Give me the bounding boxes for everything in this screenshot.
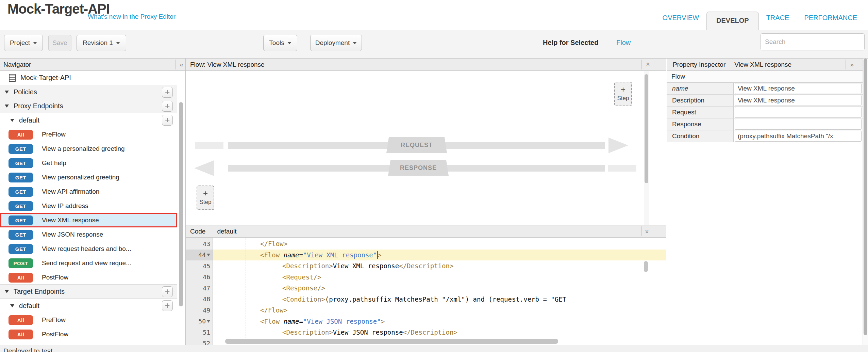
navigator-list: Mock-Target-APIPolicies+Proxy Endpoints+… — [0, 71, 177, 345]
code-token: </Description> — [403, 329, 457, 336]
revision-button[interactable]: Revision 1 — [77, 35, 126, 51]
nav-section-row[interactable]: Policies+ — [0, 85, 177, 99]
code-token: <Request/> — [282, 273, 321, 281]
code-line[interactable]: 50<Flow name="View JSON response"> — [186, 316, 666, 327]
property-value-input[interactable]: (proxy.pathsuffix MatchesPath "/x — [735, 131, 862, 142]
nav-flow-item[interactable]: GETView IP address — [0, 199, 177, 213]
method-badge: GET — [9, 215, 33, 225]
inspector-expand-icon[interactable]: » — [846, 60, 854, 69]
code-line[interactable]: 49</Flow> — [186, 305, 666, 316]
navigator-scrollbar[interactable] — [179, 102, 183, 306]
caret-down-icon — [5, 105, 9, 108]
property-row: Request — [667, 107, 863, 118]
nav-flow-item[interactable]: GETView JSON response — [0, 227, 177, 242]
code-line[interactable]: 48<Condition>(proxy.pathsuffix MatchesPa… — [186, 294, 666, 305]
code-horizontal-scrollbar[interactable] — [225, 339, 558, 344]
property-value-input[interactable] — [735, 119, 862, 130]
nav-section-row[interactable]: Target Endpoints+ — [0, 284, 177, 299]
proxy-doc-icon — [9, 74, 16, 82]
nav-item-label: Policies — [14, 88, 37, 96]
code-line[interactable]: 47<Response/> — [186, 283, 666, 294]
property-inspector-panel: Property Inspector View XML response » F… — [667, 59, 863, 345]
navigator-header: Navigator « — [0, 59, 185, 71]
nav-flow-item[interactable]: AllPreFlow — [0, 127, 177, 142]
nav-flow-item[interactable]: GETView API affirmation — [0, 185, 177, 199]
line-number-text: 45 — [203, 262, 210, 270]
status-bar: Deployed to test — [0, 345, 868, 352]
line-number: 46 — [186, 272, 213, 283]
tab-performance[interactable]: PERFORMANCE — [797, 14, 865, 22]
nav-item-label: Get help — [42, 159, 66, 167]
deployment-button[interactable]: Deployment — [310, 35, 362, 51]
code-line[interactable]: 46<Request/> — [186, 272, 666, 283]
save-button-label: Save — [52, 39, 67, 47]
search-input[interactable] — [761, 33, 865, 50]
code-line[interactable]: 51<Description>View JSON response</Descr… — [186, 327, 666, 338]
code-collapse-icon[interactable]: » — [641, 226, 649, 236]
code-line-content: <Request/> — [213, 272, 666, 283]
add-step-button-response[interactable]: + Step — [197, 186, 214, 210]
project-button[interactable]: Project — [4, 35, 43, 51]
nav-flow-item[interactable]: AllPostFlow — [0, 327, 177, 341]
navigator-collapse-icon[interactable]: « — [175, 60, 183, 69]
nav-flow-item[interactable]: AllPreFlow — [0, 313, 177, 327]
page-scrollbar[interactable] — [864, 59, 867, 335]
nav-section-row[interactable]: Proxy Endpoints+ — [0, 99, 177, 113]
line-number: 44 — [186, 250, 213, 261]
nav-item-label: View JSON response — [42, 231, 103, 238]
method-badge: GET — [9, 187, 33, 197]
nav-item-label: PreFlow — [42, 316, 66, 324]
nav-flow-item[interactable]: GETGet help — [0, 156, 177, 170]
tools-button-label: Tools — [269, 39, 284, 47]
code-token: <Flow — [260, 251, 280, 259]
flow-collapse-icon[interactable]: » — [641, 60, 649, 69]
code-token: <Flow — [260, 318, 280, 325]
code-line[interactable]: 44<Flow name="View XML response"> — [186, 250, 666, 261]
line-number-text: 46 — [203, 273, 210, 281]
nav-flow-item[interactable]: POSTSend request and view reque... — [0, 256, 177, 270]
property-row: Condition(proxy.pathsuffix MatchesPath "… — [667, 130, 863, 142]
add-step-button-request[interactable]: + Step — [614, 82, 632, 106]
help-flow-link[interactable]: Flow — [616, 39, 631, 47]
line-number: 43 — [186, 238, 213, 250]
tab-trace[interactable]: TRACE — [759, 14, 797, 22]
nav-item-label: PostFlow — [42, 331, 68, 338]
property-row: Response — [667, 118, 863, 130]
nav-sub-row[interactable]: default+ — [0, 113, 177, 127]
nav-item-label: PostFlow — [42, 274, 68, 281]
add-button[interactable]: + — [162, 300, 173, 311]
nav-flow-item[interactable]: AllPostFlow — [0, 270, 177, 285]
add-button[interactable]: + — [162, 101, 173, 112]
code-editor[interactable]: 43</Flow>44<Flow name="View XML response… — [186, 238, 666, 345]
line-number: 48 — [186, 294, 213, 305]
tools-button[interactable]: Tools — [263, 35, 297, 51]
code-line[interactable]: 45<Description>View XML response</Descri… — [186, 260, 666, 272]
flow-scrollbar[interactable] — [645, 74, 648, 183]
caret-down-icon — [287, 42, 291, 44]
property-value-input[interactable]: View XML response — [735, 83, 862, 94]
code-token — [280, 251, 283, 259]
fold-arrow-icon[interactable] — [207, 320, 210, 323]
add-button[interactable]: + — [162, 87, 173, 98]
flow-panel: Flow: View XML response » + Step REQUEST… — [186, 59, 666, 345]
nav-root-row[interactable]: Mock-Target-API — [0, 71, 177, 85]
nav-flow-item[interactable]: GETView request headers and bo... — [0, 242, 177, 256]
inspector-section-label: Flow — [667, 71, 863, 83]
property-value-input[interactable] — [735, 107, 862, 118]
add-button[interactable]: + — [162, 286, 173, 297]
save-button[interactable]: Save — [48, 35, 71, 51]
add-button[interactable]: + — [162, 115, 173, 126]
tab-overview[interactable]: OVERVIEW — [655, 14, 706, 22]
nav-item-label: View request headers and bo... — [42, 245, 131, 253]
property-label: name — [667, 83, 734, 94]
fold-arrow-icon[interactable] — [207, 254, 210, 256]
whats-new-link[interactable]: What's new in the Proxy Editor — [88, 13, 176, 20]
tab-develop[interactable]: DEVELOP — [706, 12, 759, 30]
nav-flow-item[interactable]: GETView a personalized greeting — [0, 142, 177, 156]
property-value-input[interactable]: View XML response — [735, 95, 862, 106]
nav-sub-row[interactable]: default+ — [0, 299, 177, 313]
code-line[interactable]: 43</Flow> — [186, 238, 666, 250]
nav-flow-item[interactable]: GETView XML response — [0, 213, 177, 227]
code-vertical-scrollbar[interactable] — [644, 261, 648, 272]
nav-flow-item[interactable]: GETView personalized greeting — [0, 170, 177, 185]
